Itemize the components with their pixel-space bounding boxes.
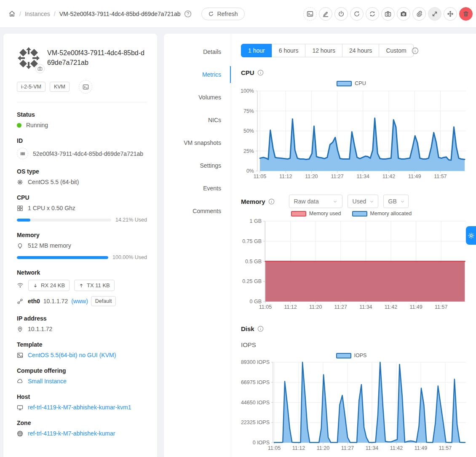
- destroy-button[interactable]: [459, 7, 473, 21]
- field-network: Network RX 24 KB TX 11 KB eth0 10.1.1.72…: [17, 269, 147, 306]
- field-os-type: OS type CentOS 5.5 (64-bit): [17, 168, 147, 185]
- picture-icon: [17, 352, 23, 358]
- scale-icon: [431, 11, 438, 17]
- disk-section-heading: Disk: [241, 325, 264, 332]
- cpu-grid-icon: [17, 205, 23, 211]
- info-icon[interactable]: [257, 326, 264, 332]
- svg-text:0 IOPS: 0 IOPS: [253, 440, 270, 446]
- tab-events[interactable]: Events: [164, 177, 231, 200]
- breadcrumb-instances[interactable]: Instances: [25, 11, 50, 17]
- cpu-chart: 11:0511:1211:2011:2711:3411:4211:4911:57…: [235, 87, 468, 184]
- sync-icon: [369, 11, 376, 17]
- cpu-legend: CPU: [235, 80, 468, 86]
- svg-text:11:34: 11:34: [357, 174, 369, 179]
- memory-data-select[interactable]: Raw data: [289, 195, 342, 208]
- svg-text:11:27: 11:27: [341, 445, 354, 451]
- tab-details[interactable]: Details: [164, 40, 231, 63]
- host-link[interactable]: ref-trl-4119-k-M7-abhishek-kumar-kvm1: [28, 404, 131, 411]
- svg-text:11:42: 11:42: [385, 304, 397, 310]
- svg-text:11:49: 11:49: [408, 174, 421, 179]
- home-icon[interactable]: [8, 10, 16, 17]
- legend-item[interactable]: CPU: [337, 80, 366, 86]
- svg-text:11:05: 11:05: [259, 304, 272, 310]
- memory-metric-select[interactable]: Used: [348, 195, 378, 208]
- centos-logo: [17, 46, 41, 71]
- svg-text:66975 IOPS: 66975 IOPS: [241, 379, 270, 385]
- svg-text:11:57: 11:57: [435, 304, 447, 310]
- reload-icon: [353, 11, 360, 17]
- tabs-divider: [231, 34, 231, 457]
- field-id: ID 52e00f43-7911-4dc4-85bd-d69de7a721ab: [17, 137, 147, 159]
- settings-gear-button[interactable]: [466, 226, 476, 245]
- tx-button[interactable]: TX 11 KB: [74, 280, 115, 291]
- iops-legend: IOPS: [235, 353, 468, 358]
- camera-badge-icon[interactable]: [35, 64, 45, 73]
- tab-metrics[interactable]: Metrics: [164, 63, 231, 86]
- edit-button[interactable]: [319, 7, 332, 21]
- attach-iso-button[interactable]: [412, 7, 426, 21]
- console-button[interactable]: [303, 7, 317, 21]
- svg-text:0.25 GB: 0.25 GB: [242, 278, 262, 284]
- field-cpu: CPU 1 CPU x 0.50 Ghz 14.21% Used: [17, 194, 147, 223]
- vm-id-value: 52e00f43-7911-4dc4-85bd-d69de7a721ab: [33, 150, 143, 157]
- tab-nics[interactable]: NICs: [164, 109, 231, 131]
- reinstall-button[interactable]: [366, 7, 379, 21]
- migrate-icon: [447, 11, 454, 17]
- iops-chart: 11:0511:1211:2011:2711:3411:4211:4911:57…: [235, 358, 468, 457]
- compute-offering-link[interactable]: Small Instance: [28, 378, 67, 385]
- template-link[interactable]: CentOS 5.5(64-bit) no GUI (KVM): [28, 352, 116, 358]
- time-range-6-hours[interactable]: 6 hours: [272, 44, 306, 57]
- svg-text:11:34: 11:34: [366, 445, 378, 451]
- tab-vm-snapshots[interactable]: VM snapshots: [164, 131, 231, 154]
- stop-button[interactable]: [334, 7, 348, 21]
- time-range-info-icon[interactable]: [412, 47, 419, 54]
- svg-text:100%: 100%: [241, 88, 254, 94]
- time-range-24-hours[interactable]: 24 hours: [342, 44, 379, 57]
- svg-text:11:05: 11:05: [268, 445, 281, 451]
- breadcrumb-current: VM-52e00f43-7911-4dc4-85bd-d69de7a721ab: [59, 11, 181, 17]
- details-card: DetailsMetricsVolumesNICsVM snapshotsSet…: [164, 34, 476, 457]
- time-range-12-hours[interactable]: 12 hours: [305, 44, 342, 57]
- os-icon: [17, 179, 23, 185]
- svg-text:11:20: 11:20: [317, 445, 329, 451]
- console-icon: [307, 11, 313, 17]
- chevron-down-icon: [333, 199, 337, 204]
- cpu-section-heading: CPU: [241, 69, 264, 76]
- time-range-1-hour[interactable]: 1 hour: [241, 44, 272, 57]
- barcode-icon: [17, 148, 28, 159]
- legend-label: IOPS: [354, 353, 367, 358]
- arrow-down-icon: [33, 283, 38, 288]
- console-button[interactable]: [79, 80, 92, 94]
- take-snapshot-button[interactable]: [381, 7, 395, 21]
- svg-text:25%: 25%: [243, 148, 254, 154]
- zone-link[interactable]: ref-trl-4119-k-M7-abhishek-kumar: [28, 430, 115, 437]
- tab-volumes[interactable]: Volumes: [164, 86, 231, 109]
- svg-text:11:42: 11:42: [382, 174, 395, 179]
- memory-unit-select[interactable]: GB: [383, 195, 409, 208]
- vm-title: VM-52e00f43-7911-4dc4-85bd-d69de7a721ab: [47, 46, 147, 71]
- tab-comments[interactable]: Comments: [164, 200, 231, 222]
- svg-text:11:49: 11:49: [414, 445, 427, 451]
- svg-text:0.75 GB: 0.75 GB: [242, 238, 262, 244]
- refresh-button[interactable]: Refresh: [201, 8, 244, 20]
- field-template: Template CentOS 5.5(64-bit) no GUI (KVM): [17, 341, 147, 358]
- svg-text:22325 IOPS: 22325 IOPS: [241, 420, 270, 425]
- svg-text:89300 IOPS: 89300 IOPS: [241, 359, 270, 365]
- info-icon[interactable]: [268, 198, 275, 205]
- migrate-button[interactable]: [444, 7, 457, 21]
- location-pin-icon: [17, 326, 23, 332]
- tab-settings[interactable]: Settings: [164, 154, 231, 177]
- help-icon[interactable]: [184, 10, 192, 18]
- time-range-group: 1 hour6 hours12 hours24 hoursCustom: [241, 44, 414, 57]
- recurring-snapshot-button[interactable]: [397, 7, 410, 21]
- info-icon[interactable]: [257, 69, 264, 76]
- time-range-custom[interactable]: Custom: [379, 44, 413, 57]
- legend-item[interactable]: IOPS: [336, 353, 367, 358]
- memory-section-heading: Memory Raw data Used GB: [241, 195, 409, 208]
- rx-button[interactable]: RX 24 KB: [28, 280, 70, 291]
- legend-label: CPU: [355, 80, 366, 86]
- nic-network-link[interactable]: (www): [71, 298, 88, 305]
- bulb-icon: [17, 243, 23, 249]
- host-monitor-icon: [17, 404, 23, 411]
- reboot-button[interactable]: [350, 7, 364, 21]
